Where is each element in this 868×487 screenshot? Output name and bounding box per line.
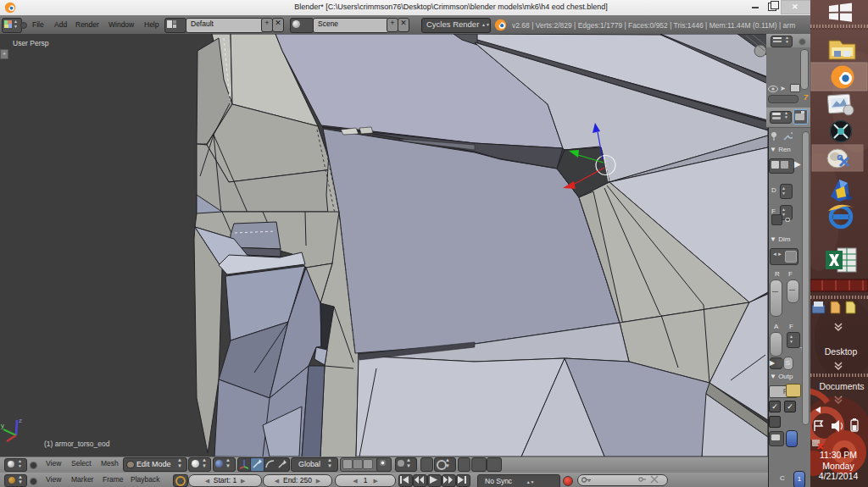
- svg-text:z: z: [19, 417, 22, 424]
- svg-text:Desktop: Desktop: [825, 346, 858, 357]
- svg-text:y: y: [1, 422, 4, 429]
- svg-text:11:30 PM: 11:30 PM: [820, 450, 857, 460]
- svg-text:Monday: Monday: [822, 461, 854, 471]
- svg-text:4/21/2014: 4/21/2014: [819, 471, 859, 481]
- svg-text:Documents: Documents: [819, 381, 864, 391]
